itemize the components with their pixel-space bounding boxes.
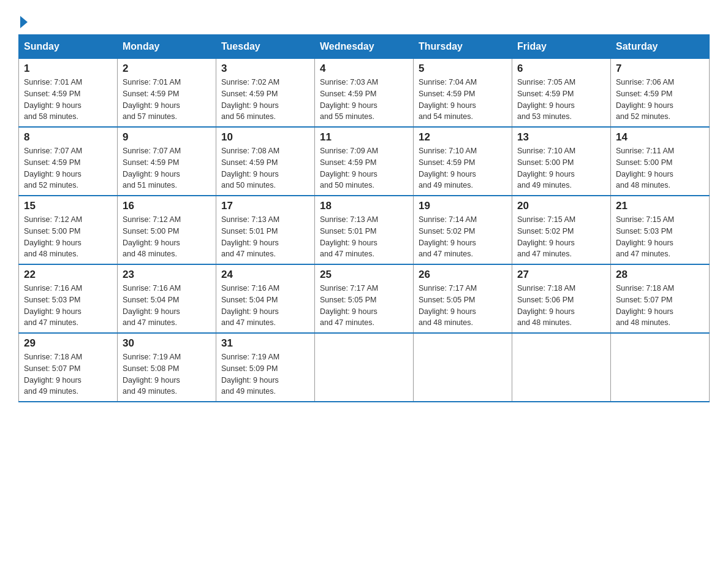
day-number: 26 <box>419 269 507 281</box>
page-header <box>18 12 710 28</box>
day-number: 7 <box>616 63 704 75</box>
day-number: 24 <box>221 269 309 281</box>
calendar-cell <box>414 333 512 402</box>
weekday-header-tuesday: Tuesday <box>216 35 315 59</box>
day-info: Sunrise: 7:12 AMSunset: 5:00 PMDaylight:… <box>24 214 112 260</box>
week-row-4: 22Sunrise: 7:16 AMSunset: 5:03 PMDayligh… <box>19 264 710 333</box>
logo-arrow-icon <box>20 16 28 28</box>
day-number: 23 <box>123 269 211 281</box>
day-info: Sunrise: 7:11 AMSunset: 5:00 PMDaylight:… <box>616 145 704 191</box>
calendar-cell: 2Sunrise: 7:01 AMSunset: 4:59 PMDaylight… <box>118 59 216 128</box>
day-info: Sunrise: 7:16 AMSunset: 5:04 PMDaylight:… <box>123 283 211 329</box>
calendar-cell <box>512 333 611 402</box>
day-number: 10 <box>221 131 309 144</box>
calendar-cell: 18Sunrise: 7:13 AMSunset: 5:01 PMDayligh… <box>315 196 414 264</box>
calendar-cell: 24Sunrise: 7:16 AMSunset: 5:04 PMDayligh… <box>216 264 315 333</box>
week-row-1: 1Sunrise: 7:01 AMSunset: 4:59 PMDaylight… <box>19 59 710 128</box>
day-info: Sunrise: 7:06 AMSunset: 4:59 PMDaylight:… <box>616 77 704 123</box>
weekday-header-friday: Friday <box>512 35 611 59</box>
calendar-cell: 3Sunrise: 7:02 AMSunset: 4:59 PMDaylight… <box>216 59 315 128</box>
calendar-cell: 12Sunrise: 7:10 AMSunset: 4:59 PMDayligh… <box>414 127 512 196</box>
day-number: 9 <box>123 131 211 144</box>
day-info: Sunrise: 7:19 AMSunset: 5:08 PMDaylight:… <box>123 351 211 397</box>
calendar-cell: 13Sunrise: 7:10 AMSunset: 5:00 PMDayligh… <box>512 127 611 196</box>
day-info: Sunrise: 7:15 AMSunset: 5:03 PMDaylight:… <box>616 214 704 260</box>
logo <box>18 12 28 28</box>
day-number: 5 <box>419 63 507 75</box>
calendar-cell: 31Sunrise: 7:19 AMSunset: 5:09 PMDayligh… <box>216 333 315 402</box>
week-row-3: 15Sunrise: 7:12 AMSunset: 5:00 PMDayligh… <box>19 196 710 264</box>
day-number: 6 <box>517 63 605 75</box>
day-number: 28 <box>616 269 704 281</box>
calendar-cell: 20Sunrise: 7:15 AMSunset: 5:02 PMDayligh… <box>512 196 611 264</box>
calendar-cell: 7Sunrise: 7:06 AMSunset: 4:59 PMDaylight… <box>611 59 710 128</box>
day-info: Sunrise: 7:12 AMSunset: 5:00 PMDaylight:… <box>123 214 211 260</box>
day-number: 1 <box>24 63 112 75</box>
calendar-cell: 4Sunrise: 7:03 AMSunset: 4:59 PMDaylight… <box>315 59 414 128</box>
day-info: Sunrise: 7:19 AMSunset: 5:09 PMDaylight:… <box>221 351 309 397</box>
calendar-cell: 25Sunrise: 7:17 AMSunset: 5:05 PMDayligh… <box>315 264 414 333</box>
calendar-cell: 26Sunrise: 7:17 AMSunset: 5:05 PMDayligh… <box>414 264 512 333</box>
day-info: Sunrise: 7:05 AMSunset: 4:59 PMDaylight:… <box>517 77 605 123</box>
calendar-cell: 16Sunrise: 7:12 AMSunset: 5:00 PMDayligh… <box>118 196 216 264</box>
calendar-cell: 22Sunrise: 7:16 AMSunset: 5:03 PMDayligh… <box>19 264 118 333</box>
day-number: 20 <box>517 200 605 212</box>
day-info: Sunrise: 7:01 AMSunset: 4:59 PMDaylight:… <box>24 77 112 123</box>
day-info: Sunrise: 7:07 AMSunset: 4:59 PMDaylight:… <box>24 145 112 191</box>
day-info: Sunrise: 7:17 AMSunset: 5:05 PMDaylight:… <box>419 283 507 329</box>
day-number: 11 <box>320 131 408 144</box>
day-info: Sunrise: 7:18 AMSunset: 5:06 PMDaylight:… <box>517 283 605 329</box>
calendar-cell: 10Sunrise: 7:08 AMSunset: 4:59 PMDayligh… <box>216 127 315 196</box>
day-info: Sunrise: 7:16 AMSunset: 5:03 PMDaylight:… <box>24 283 112 329</box>
day-number: 16 <box>123 200 211 212</box>
day-number: 27 <box>517 269 605 281</box>
day-number: 25 <box>320 269 408 281</box>
weekday-header-row: SundayMondayTuesdayWednesdayThursdayFrid… <box>19 35 710 59</box>
day-info: Sunrise: 7:10 AMSunset: 4:59 PMDaylight:… <box>419 145 507 191</box>
day-number: 31 <box>221 337 309 350</box>
day-number: 2 <box>123 63 211 75</box>
day-info: Sunrise: 7:14 AMSunset: 5:02 PMDaylight:… <box>419 214 507 260</box>
day-number: 30 <box>123 337 211 350</box>
calendar-cell: 1Sunrise: 7:01 AMSunset: 4:59 PMDaylight… <box>19 59 118 128</box>
day-info: Sunrise: 7:15 AMSunset: 5:02 PMDaylight:… <box>517 214 605 260</box>
day-number: 18 <box>320 200 408 212</box>
week-row-5: 29Sunrise: 7:18 AMSunset: 5:07 PMDayligh… <box>19 333 710 402</box>
calendar-cell: 15Sunrise: 7:12 AMSunset: 5:00 PMDayligh… <box>19 196 118 264</box>
calendar-cell <box>611 333 710 402</box>
calendar-cell: 11Sunrise: 7:09 AMSunset: 4:59 PMDayligh… <box>315 127 414 196</box>
day-number: 4 <box>320 63 408 75</box>
day-number: 3 <box>221 63 309 75</box>
day-info: Sunrise: 7:18 AMSunset: 5:07 PMDaylight:… <box>616 283 704 329</box>
day-number: 12 <box>419 131 507 144</box>
weekday-header-sunday: Sunday <box>19 35 118 59</box>
calendar-cell: 23Sunrise: 7:16 AMSunset: 5:04 PMDayligh… <box>118 264 216 333</box>
day-number: 15 <box>24 200 112 212</box>
day-number: 22 <box>24 269 112 281</box>
calendar-cell: 9Sunrise: 7:07 AMSunset: 4:59 PMDaylight… <box>118 127 216 196</box>
day-number: 17 <box>221 200 309 212</box>
calendar-cell: 17Sunrise: 7:13 AMSunset: 5:01 PMDayligh… <box>216 196 315 264</box>
day-info: Sunrise: 7:10 AMSunset: 5:00 PMDaylight:… <box>517 145 605 191</box>
calendar-cell: 29Sunrise: 7:18 AMSunset: 5:07 PMDayligh… <box>19 333 118 402</box>
weekday-header-wednesday: Wednesday <box>315 35 414 59</box>
calendar-cell: 28Sunrise: 7:18 AMSunset: 5:07 PMDayligh… <box>611 264 710 333</box>
day-info: Sunrise: 7:17 AMSunset: 5:05 PMDaylight:… <box>320 283 408 329</box>
weekday-header-saturday: Saturday <box>611 35 710 59</box>
day-number: 8 <box>24 131 112 144</box>
calendar-cell: 6Sunrise: 7:05 AMSunset: 4:59 PMDaylight… <box>512 59 611 128</box>
day-number: 13 <box>517 131 605 144</box>
weekday-header-thursday: Thursday <box>414 35 512 59</box>
day-number: 29 <box>24 337 112 350</box>
day-info: Sunrise: 7:02 AMSunset: 4:59 PMDaylight:… <box>221 77 309 123</box>
week-row-2: 8Sunrise: 7:07 AMSunset: 4:59 PMDaylight… <box>19 127 710 196</box>
day-info: Sunrise: 7:08 AMSunset: 4:59 PMDaylight:… <box>221 145 309 191</box>
calendar-cell: 21Sunrise: 7:15 AMSunset: 5:03 PMDayligh… <box>611 196 710 264</box>
day-number: 21 <box>616 200 704 212</box>
calendar-cell: 30Sunrise: 7:19 AMSunset: 5:08 PMDayligh… <box>118 333 216 402</box>
day-number: 19 <box>419 200 507 212</box>
day-number: 14 <box>616 131 704 144</box>
day-info: Sunrise: 7:03 AMSunset: 4:59 PMDaylight:… <box>320 77 408 123</box>
day-info: Sunrise: 7:13 AMSunset: 5:01 PMDaylight:… <box>221 214 309 260</box>
calendar-cell <box>315 333 414 402</box>
